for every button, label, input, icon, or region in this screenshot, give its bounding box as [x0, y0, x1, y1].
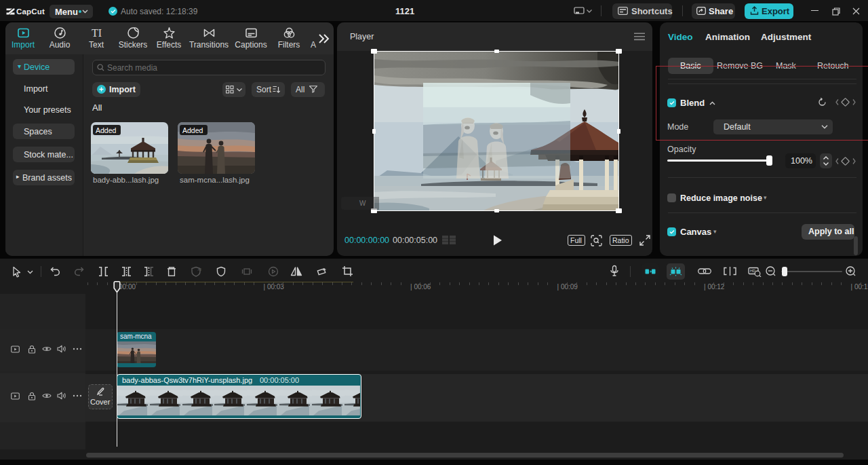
- svg-text:HD: HD: [750, 269, 755, 273]
- svg-text:TI: TI: [91, 27, 101, 39]
- svg-text:AI: AI: [198, 267, 202, 272]
